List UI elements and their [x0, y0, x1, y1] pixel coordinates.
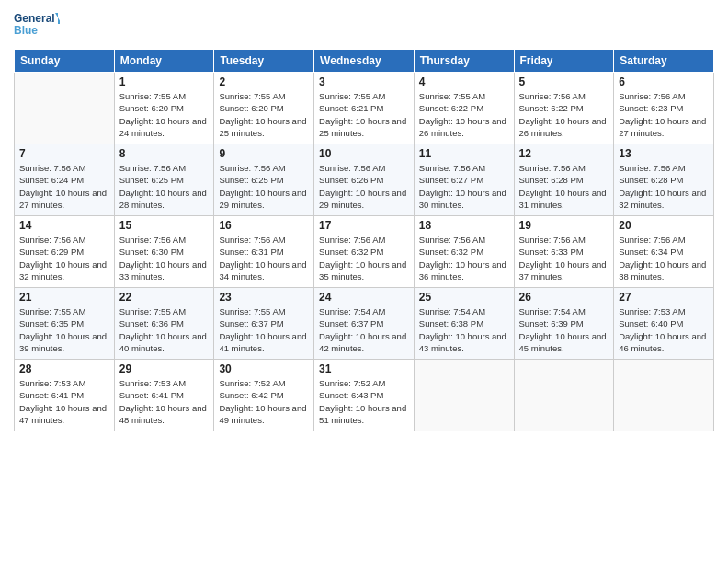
calendar-header-row: SundayMondayTuesdayWednesdayThursdayFrid…	[15, 50, 714, 73]
calendar-cell: 26Sunrise: 7:54 AM Sunset: 6:39 PM Dayli…	[514, 288, 614, 360]
day-info: Sunrise: 7:56 AM Sunset: 6:32 PM Dayligh…	[319, 234, 409, 282]
week-row-1: 1Sunrise: 7:55 AM Sunset: 6:20 PM Daylig…	[15, 73, 714, 144]
day-info: Sunrise: 7:56 AM Sunset: 6:30 PM Dayligh…	[119, 234, 210, 282]
day-info: Sunrise: 7:55 AM Sunset: 6:21 PM Dayligh…	[319, 90, 409, 139]
calendar-cell: 9Sunrise: 7:56 AM Sunset: 6:25 PM Daylig…	[214, 144, 314, 216]
day-number: 12	[519, 147, 609, 160]
day-info: Sunrise: 7:53 AM Sunset: 6:40 PM Dayligh…	[619, 305, 709, 354]
week-row-3: 14Sunrise: 7:56 AM Sunset: 6:29 PM Dayli…	[15, 216, 714, 288]
calendar-cell: 20Sunrise: 7:56 AM Sunset: 6:34 PM Dayli…	[614, 216, 714, 288]
calendar-cell: 2Sunrise: 7:55 AM Sunset: 6:20 PM Daylig…	[214, 73, 314, 144]
day-number: 21	[19, 291, 109, 304]
day-number: 17	[319, 219, 409, 232]
day-info: Sunrise: 7:56 AM Sunset: 6:28 PM Dayligh…	[519, 162, 609, 211]
day-number: 14	[19, 219, 109, 232]
day-info: Sunrise: 7:56 AM Sunset: 6:27 PM Dayligh…	[419, 162, 509, 211]
calendar-cell: 13Sunrise: 7:56 AM Sunset: 6:28 PM Dayli…	[614, 144, 714, 216]
calendar-cell: 30Sunrise: 7:52 AM Sunset: 6:42 PM Dayli…	[214, 360, 314, 431]
day-info: Sunrise: 7:54 AM Sunset: 6:37 PM Dayligh…	[319, 305, 409, 354]
calendar-cell: 22Sunrise: 7:55 AM Sunset: 6:36 PM Dayli…	[114, 288, 214, 360]
day-header-monday: Monday	[114, 50, 214, 73]
day-number: 22	[119, 291, 210, 304]
day-info: Sunrise: 7:56 AM Sunset: 6:24 PM Dayligh…	[19, 162, 109, 211]
week-row-4: 21Sunrise: 7:55 AM Sunset: 6:35 PM Dayli…	[15, 288, 714, 360]
calendar-cell: 18Sunrise: 7:56 AM Sunset: 6:32 PM Dayli…	[414, 216, 514, 288]
day-number: 20	[619, 219, 709, 232]
day-info: Sunrise: 7:55 AM Sunset: 6:35 PM Dayligh…	[19, 305, 109, 354]
day-info: Sunrise: 7:54 AM Sunset: 6:39 PM Dayligh…	[519, 305, 609, 354]
day-number: 26	[519, 291, 609, 304]
calendar-cell: 15Sunrise: 7:56 AM Sunset: 6:30 PM Dayli…	[114, 216, 214, 288]
day-header-wednesday: Wednesday	[314, 50, 415, 73]
calendar-cell: 27Sunrise: 7:53 AM Sunset: 6:40 PM Dayli…	[614, 288, 714, 360]
calendar-cell: 6Sunrise: 7:56 AM Sunset: 6:23 PM Daylig…	[614, 73, 714, 144]
calendar-cell: 16Sunrise: 7:56 AM Sunset: 6:31 PM Dayli…	[214, 216, 314, 288]
day-info: Sunrise: 7:56 AM Sunset: 6:25 PM Dayligh…	[119, 162, 210, 211]
calendar-cell: 24Sunrise: 7:54 AM Sunset: 6:37 PM Dayli…	[314, 288, 415, 360]
day-number: 25	[419, 291, 509, 304]
calendar-cell: 3Sunrise: 7:55 AM Sunset: 6:21 PM Daylig…	[314, 73, 415, 144]
day-header-saturday: Saturday	[614, 50, 714, 73]
calendar-cell: 7Sunrise: 7:56 AM Sunset: 6:24 PM Daylig…	[15, 144, 115, 216]
calendar-cell: 31Sunrise: 7:52 AM Sunset: 6:43 PM Dayli…	[314, 360, 415, 431]
day-info: Sunrise: 7:56 AM Sunset: 6:31 PM Dayligh…	[219, 234, 309, 282]
page-header: General Blue	[14, 9, 714, 41]
day-number: 11	[419, 147, 509, 160]
svg-text:Blue: Blue	[14, 24, 38, 37]
logo-container: General Blue	[14, 9, 60, 41]
calendar-cell: 1Sunrise: 7:55 AM Sunset: 6:20 PM Daylig…	[114, 73, 214, 144]
day-info: Sunrise: 7:55 AM Sunset: 6:20 PM Dayligh…	[219, 90, 309, 139]
day-info: Sunrise: 7:52 AM Sunset: 6:42 PM Dayligh…	[219, 377, 309, 426]
calendar-cell: 8Sunrise: 7:56 AM Sunset: 6:25 PM Daylig…	[114, 144, 214, 216]
day-number: 3	[319, 75, 409, 88]
week-row-2: 7Sunrise: 7:56 AM Sunset: 6:24 PM Daylig…	[15, 144, 714, 216]
day-number: 13	[619, 147, 709, 160]
calendar-cell: 14Sunrise: 7:56 AM Sunset: 6:29 PM Dayli…	[15, 216, 115, 288]
logo: General Blue	[14, 9, 60, 41]
day-info: Sunrise: 7:56 AM Sunset: 6:25 PM Dayligh…	[219, 162, 309, 211]
svg-marker-2	[55, 13, 60, 24]
calendar-cell: 25Sunrise: 7:54 AM Sunset: 6:38 PM Dayli…	[414, 288, 514, 360]
day-info: Sunrise: 7:53 AM Sunset: 6:41 PM Dayligh…	[119, 377, 210, 426]
calendar-cell: 11Sunrise: 7:56 AM Sunset: 6:27 PM Dayli…	[414, 144, 514, 216]
day-number: 2	[219, 75, 309, 88]
day-info: Sunrise: 7:53 AM Sunset: 6:41 PM Dayligh…	[19, 377, 109, 426]
day-info: Sunrise: 7:56 AM Sunset: 6:34 PM Dayligh…	[619, 234, 709, 282]
calendar-cell: 17Sunrise: 7:56 AM Sunset: 6:32 PM Dayli…	[314, 216, 415, 288]
day-number: 28	[19, 362, 109, 375]
calendar-cell: 29Sunrise: 7:53 AM Sunset: 6:41 PM Dayli…	[114, 360, 214, 431]
day-number: 8	[119, 147, 210, 160]
day-info: Sunrise: 7:56 AM Sunset: 6:29 PM Dayligh…	[19, 234, 109, 282]
calendar-cell	[514, 360, 614, 431]
day-info: Sunrise: 7:55 AM Sunset: 6:37 PM Dayligh…	[219, 305, 309, 354]
day-number: 24	[319, 291, 409, 304]
day-number: 29	[119, 362, 210, 375]
day-number: 6	[619, 75, 709, 88]
calendar-table: SundayMondayTuesdayWednesdayThursdayFrid…	[14, 49, 714, 431]
day-info: Sunrise: 7:56 AM Sunset: 6:32 PM Dayligh…	[419, 234, 509, 282]
day-number: 16	[219, 219, 309, 232]
day-info: Sunrise: 7:55 AM Sunset: 6:20 PM Dayligh…	[119, 90, 210, 139]
day-info: Sunrise: 7:52 AM Sunset: 6:43 PM Dayligh…	[319, 377, 409, 426]
day-number: 27	[619, 291, 709, 304]
day-info: Sunrise: 7:56 AM Sunset: 6:26 PM Dayligh…	[319, 162, 409, 211]
day-header-thursday: Thursday	[414, 50, 514, 73]
calendar-cell: 5Sunrise: 7:56 AM Sunset: 6:22 PM Daylig…	[514, 73, 614, 144]
calendar-cell: 28Sunrise: 7:53 AM Sunset: 6:41 PM Dayli…	[15, 360, 115, 431]
day-number: 18	[419, 219, 509, 232]
day-info: Sunrise: 7:56 AM Sunset: 6:28 PM Dayligh…	[619, 162, 709, 211]
day-info: Sunrise: 7:56 AM Sunset: 6:33 PM Dayligh…	[519, 234, 609, 282]
calendar-cell: 4Sunrise: 7:55 AM Sunset: 6:22 PM Daylig…	[414, 73, 514, 144]
calendar-cell	[414, 360, 514, 431]
day-number: 23	[219, 291, 309, 304]
day-info: Sunrise: 7:54 AM Sunset: 6:38 PM Dayligh…	[419, 305, 509, 354]
day-number: 10	[319, 147, 409, 160]
calendar-cell: 12Sunrise: 7:56 AM Sunset: 6:28 PM Dayli…	[514, 144, 614, 216]
day-number: 9	[219, 147, 309, 160]
calendar-cell	[614, 360, 714, 431]
calendar-cell: 23Sunrise: 7:55 AM Sunset: 6:37 PM Dayli…	[214, 288, 314, 360]
day-info: Sunrise: 7:56 AM Sunset: 6:23 PM Dayligh…	[619, 90, 709, 139]
day-header-friday: Friday	[514, 50, 614, 73]
svg-text:General: General	[14, 12, 55, 25]
day-info: Sunrise: 7:55 AM Sunset: 6:36 PM Dayligh…	[119, 305, 210, 354]
